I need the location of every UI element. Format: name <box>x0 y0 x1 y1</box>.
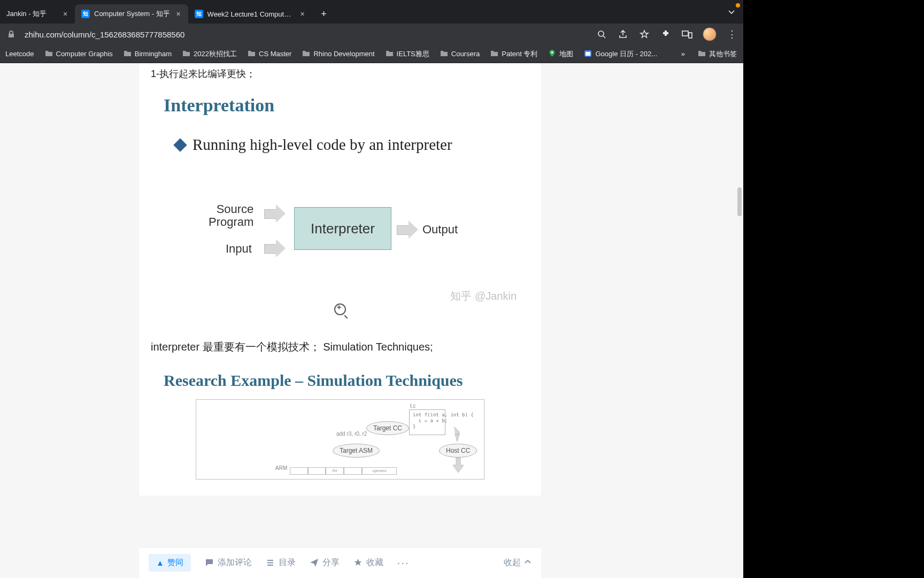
collapse-label: 收起 <box>504 557 521 568</box>
bookmark-coursera[interactable]: Coursera <box>438 47 482 61</box>
svg-rect-1 <box>682 31 688 36</box>
arrow-icon <box>451 425 466 446</box>
arm-seg <box>290 467 308 475</box>
bookmark-label: Leetcode <box>5 50 34 58</box>
toolbar-icons: ⋮ <box>596 27 738 41</box>
more-button[interactable]: ··· <box>397 557 410 569</box>
tab-title: Week2 Lecture1 Computer Arc <box>207 10 294 18</box>
asm-line-text: add r3, r0, r2 <box>336 431 367 437</box>
arrow-icon <box>453 458 464 475</box>
interpreter-diagram: Source Program Input Interpreter Output <box>151 191 529 298</box>
folder-icon <box>698 49 706 59</box>
partial-text-line: 1-执行起来比编译更快； <box>139 63 541 80</box>
tab-1[interactable]: 知 Computer System - 知乎 × <box>75 4 188 24</box>
avatar[interactable] <box>703 27 717 41</box>
folder-icon <box>124 49 132 59</box>
article-action-bar: ▲ 赞同 添加评论 目录 分享 收藏 <box>139 547 541 578</box>
lock-icon[interactable] <box>5 28 17 40</box>
bookmark-label: 2022秋招找工 <box>194 49 237 59</box>
folder-icon <box>386 49 394 59</box>
scrollbar-thumb[interactable] <box>737 187 742 216</box>
output-label: Output <box>422 223 458 236</box>
star-icon[interactable] <box>638 28 650 40</box>
zoom-image-button[interactable] <box>334 303 346 315</box>
arm-encoding-row: Rd operand <box>290 467 397 475</box>
tab-overflow-button[interactable] <box>725 5 738 20</box>
content-scroll-area[interactable]: 1-执行起来比编译更快； Interpretation Running high… <box>0 63 691 578</box>
bookmark-ielts[interactable]: IELTS雅思 <box>383 47 432 61</box>
extensions-icon[interactable] <box>660 28 672 40</box>
share-icon[interactable] <box>617 28 629 40</box>
svg-point-0 <box>598 31 604 36</box>
paper-plane-icon <box>310 558 319 567</box>
code-snippet-box: int f(int a, int b) { c = a + b; } <box>409 409 445 435</box>
folder-icon <box>45 49 53 59</box>
source-program-label: Source Program <box>209 203 253 229</box>
upvote-button[interactable]: ▲ 赞同 <box>149 554 191 572</box>
favorite-button[interactable]: 收藏 <box>353 557 383 568</box>
folder-icon <box>440 49 448 59</box>
tab-2[interactable]: 知 Week2 Lecture1 Computer Arc × <box>188 4 312 24</box>
bookmark-label: Birmingham <box>135 50 172 58</box>
bookmark-rhino-dev[interactable]: Rhino Development <box>300 47 376 61</box>
share-button[interactable]: 分享 <box>310 557 340 568</box>
page-viewport: 1-执行起来比编译更快； Interpretation Running high… <box>0 63 743 578</box>
other-bookmarks-button[interactable]: 其他书签 <box>695 47 740 61</box>
map-pin-icon <box>548 49 556 59</box>
comment-icon <box>205 558 214 567</box>
star-icon <box>353 558 363 567</box>
bookmark-label: Computer Graphis <box>56 50 113 58</box>
comment-label: 添加评论 <box>218 557 252 568</box>
slide-interpretation: Interpretation Running high-level code b… <box>151 90 529 308</box>
bookmark-label: IELTS雅思 <box>397 49 429 59</box>
svg-rect-5 <box>586 52 590 56</box>
bookmark-birmingham[interactable]: Birmingham <box>121 47 174 61</box>
gcal-icon <box>584 49 592 59</box>
notification-dot-icon <box>736 3 740 7</box>
collapse-button[interactable]: 收起 <box>504 557 532 568</box>
target-cc-node: Target CC <box>366 421 409 435</box>
tc-label: t.c <box>410 403 416 409</box>
diamond-bullet-icon <box>173 138 187 151</box>
devices-icon[interactable] <box>681 28 693 40</box>
close-icon[interactable]: × <box>174 10 183 18</box>
url-text[interactable]: zhihu.com/column/c_1562683685777858560 <box>25 30 588 39</box>
tab-0[interactable]: Jankin - 知乎 × <box>0 4 75 24</box>
simulation-diagram: t.c int f(int a, int b) { c = a + b; } T… <box>196 399 484 480</box>
kebab-menu-icon[interactable]: ⋮ <box>726 28 738 40</box>
zhihu-favicon-icon: 知 <box>195 10 203 18</box>
bookmark-leetcode[interactable]: Leetcode <box>3 48 36 60</box>
folder-icon <box>302 49 310 59</box>
chevron-up-icon <box>524 558 532 568</box>
folder-icon <box>248 49 256 59</box>
new-tab-button[interactable]: + <box>317 6 332 21</box>
bookmark-computer-graphis[interactable]: Computer Graphis <box>43 47 115 61</box>
bookmark-label: Rhino Development <box>313 50 374 58</box>
close-icon[interactable]: × <box>61 10 70 18</box>
arrow-right-icon <box>397 220 418 239</box>
arrow-right-icon <box>264 239 286 257</box>
bookmark-gcal[interactable]: Google 日历 - 202... <box>582 47 659 61</box>
list-icon <box>266 558 275 567</box>
bookmark-patent[interactable]: Patent 专利 <box>488 47 540 61</box>
bookmark-label: Google 日历 - 202... <box>595 49 657 59</box>
page-scrollbar[interactable] <box>736 63 743 578</box>
toc-button[interactable]: 目录 <box>266 557 296 568</box>
article-card: 1-执行起来比编译更快； Interpretation Running high… <box>139 63 541 496</box>
bookmark-maps[interactable]: 地图 <box>546 47 575 61</box>
svg-rect-2 <box>689 33 692 38</box>
bookmark-2022-jobs[interactable]: 2022秋招找工 <box>180 47 239 61</box>
slide-bullet: Running high-level code by an interprete… <box>151 136 529 154</box>
zhihu-favicon-icon: 知 <box>81 10 90 18</box>
folder-icon <box>182 49 190 59</box>
interpreter-box: Interpreter <box>294 207 391 250</box>
triangle-up-icon: ▲ <box>156 558 164 567</box>
add-comment-button[interactable]: 添加评论 <box>205 557 252 568</box>
search-icon[interactable] <box>596 28 607 40</box>
browser-window: Jankin - 知乎 × 知 Computer System - 知乎 × 知… <box>0 0 743 578</box>
bookmarks-overflow-button[interactable]: » <box>678 50 688 58</box>
close-icon[interactable]: × <box>298 10 307 18</box>
bookmark-label: CS Master <box>259 50 291 58</box>
bookmarks-bar: Leetcode Computer Graphis Birmingham 202… <box>0 45 743 63</box>
bookmark-cs-master[interactable]: CS Master <box>245 47 294 61</box>
